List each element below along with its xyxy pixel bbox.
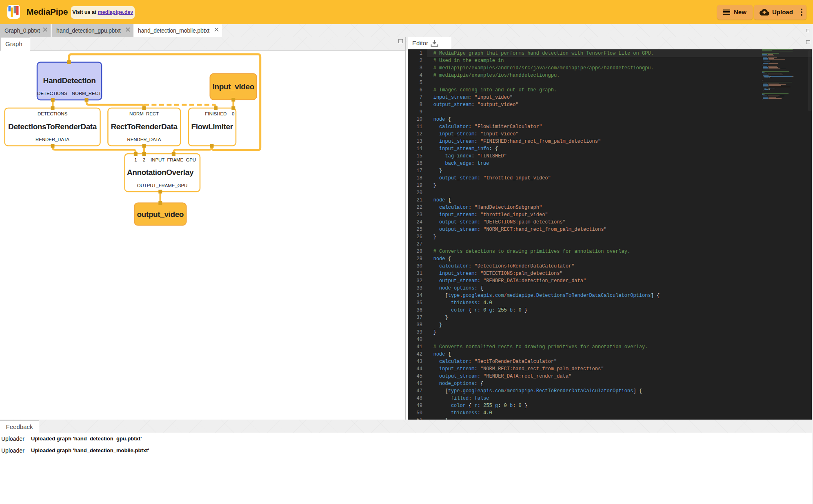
svg-text:2: 2 xyxy=(143,157,145,162)
svg-text:HandDetection: HandDetection xyxy=(43,76,96,85)
svg-text:RENDER_DATA: RENDER_DATA xyxy=(127,137,161,142)
svg-text:AnnotationOverlay: AnnotationOverlay xyxy=(127,168,194,177)
svg-text:input_video: input_video xyxy=(213,82,254,91)
svg-text:RectToRenderData: RectToRenderData xyxy=(111,122,178,131)
svg-text:OUTPUT_FRAME_GPU: OUTPUT_FRAME_GPU xyxy=(137,183,188,188)
svg-text:RENDER_DATA: RENDER_DATA xyxy=(36,137,69,142)
svg-text:FINISHED: FINISHED xyxy=(205,111,227,116)
svg-text:INPUT_FRAME_GPU: INPUT_FRAME_GPU xyxy=(151,157,196,162)
svg-text:output_video: output_video xyxy=(137,210,184,219)
svg-text:1: 1 xyxy=(134,157,137,162)
svg-text:0: 0 xyxy=(232,111,234,116)
svg-text:NORM_RECT: NORM_RECT xyxy=(129,111,159,116)
svg-text:NORM_RECT: NORM_RECT xyxy=(72,91,101,96)
svg-text:DETECTIONS: DETECTIONS xyxy=(37,91,67,96)
svg-text:DETECTIONS: DETECTIONS xyxy=(38,111,68,116)
svg-text:FlowLimiter: FlowLimiter xyxy=(191,122,233,131)
svg-text:DetectionsToRenderData: DetectionsToRenderData xyxy=(8,122,97,131)
